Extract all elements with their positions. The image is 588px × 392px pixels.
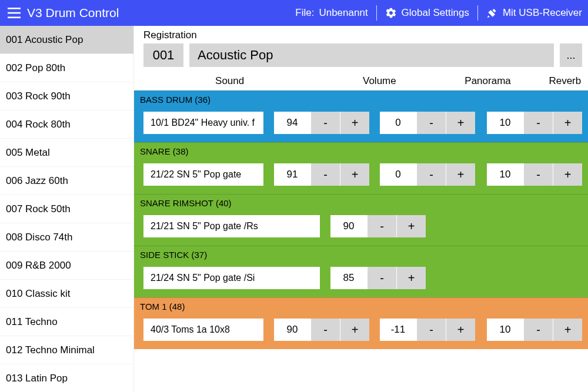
sidebar-item[interactable]: 008 Disco 74th — [0, 223, 133, 252]
column-sound: Sound — [134, 75, 325, 87]
app-title: V3 Drum Control — [27, 6, 119, 20]
sound-field[interactable]: 21/24 SN 5" Pop gate /Si — [143, 267, 320, 289]
stepper-value[interactable]: 90 — [330, 215, 367, 237]
stepper-minus[interactable]: - — [416, 319, 446, 341]
registration-section-label: Registration — [143, 29, 582, 41]
sidebar-item[interactable]: 005 Metal — [0, 139, 133, 167]
stepper: 90 - + — [330, 215, 426, 237]
column-panorama: Panorama — [433, 75, 542, 87]
usb-receiver-button[interactable]: Mit USB-Receiver — [478, 7, 582, 19]
stepper: 10 - + — [487, 163, 582, 186]
track: TOM 1 (48) 40/3 Toms 1a 10x8 90 - + -11 … — [134, 297, 588, 349]
file-label-prefix: File: — [295, 7, 314, 19]
sidebar-item[interactable]: 009 R&B 2000 — [0, 252, 133, 280]
sidebar-item[interactable]: 012 Techno Minimal — [0, 336, 133, 364]
usb-label: Mit USB-Receiver — [503, 7, 582, 19]
gear-icon — [385, 7, 397, 19]
stepper-value[interactable]: 90 — [274, 319, 310, 341]
stepper-minus[interactable]: - — [523, 319, 553, 341]
column-headers: Sound Volume Panorama Reverb — [134, 69, 588, 91]
sound-field[interactable]: 21/22 SN 5" Pop gate — [143, 163, 263, 186]
file-name: Unbenannt — [319, 7, 368, 19]
stepper-value[interactable]: 91 — [274, 163, 310, 186]
sound-field[interactable]: 21/21 SN 5" Pop gate /Rs — [143, 215, 320, 237]
registration-name[interactable]: Acoustic Pop — [189, 43, 554, 67]
stepper-value[interactable]: 10 — [487, 112, 523, 134]
global-settings-button[interactable]: Global Settings — [377, 7, 477, 19]
track-row: 21/21 SN 5" Pop gate /Rs 90 - + — [134, 208, 588, 246]
stepper-minus[interactable]: - — [523, 112, 553, 134]
sound-field[interactable]: 40/3 Toms 1a 10x8 — [143, 319, 263, 341]
registration-number[interactable]: 001 — [143, 43, 183, 67]
track-title: SNARE RIMSHOT (40) — [134, 195, 588, 208]
main-panel: Registration 001 Acoustic Pop ... Sound … — [134, 26, 588, 392]
stepper: 0 - + — [380, 163, 475, 186]
sound-field[interactable]: 10/1 BD24" Heavy univ. f — [143, 112, 263, 134]
stepper: 85 - + — [330, 267, 426, 289]
stepper-plus[interactable]: + — [446, 112, 475, 134]
track-row: 21/24 SN 5" Pop gate /Si 85 - + — [134, 260, 588, 297]
stepper: 0 - + — [380, 112, 475, 134]
settings-label: Global Settings — [402, 7, 469, 19]
stepper-plus[interactable]: + — [396, 215, 426, 237]
track: SIDE STICK (37) 21/24 SN 5" Pop gate /Si… — [134, 246, 588, 297]
stepper-minus[interactable]: - — [523, 163, 553, 186]
track-row: 40/3 Toms 1a 10x8 90 - + -11 - + 10 - + — [134, 311, 588, 349]
stepper-plus[interactable]: + — [340, 319, 369, 341]
stepper-minus[interactable]: - — [416, 112, 446, 134]
stepper-minus[interactable]: - — [416, 163, 446, 186]
hamburger-icon — [8, 8, 21, 18]
sidebar-item[interactable]: 013 Latin Pop — [0, 364, 133, 392]
stepper-minus[interactable]: - — [367, 215, 396, 237]
stepper-value[interactable]: -11 — [380, 319, 416, 341]
track-title: BASS DRUM (36) — [134, 91, 588, 105]
sidebar-item[interactable]: 003 Rock 90th — [0, 82, 133, 110]
sidebar-item[interactable]: 007 Rock 50th — [0, 195, 133, 223]
stepper-minus[interactable]: - — [310, 319, 340, 341]
stepper-minus[interactable]: - — [310, 112, 340, 134]
stepper-minus[interactable]: - — [367, 267, 396, 289]
menu-button[interactable] — [2, 1, 26, 25]
stepper-plus[interactable]: + — [553, 319, 582, 341]
track: SNARE (38) 21/22 SN 5" Pop gate 91 - + 0… — [134, 142, 588, 194]
stepper-plus[interactable]: + — [396, 267, 426, 289]
sidebar-item[interactable]: 002 Pop 80th — [0, 54, 133, 82]
track-list: BASS DRUM (36) 10/1 BD24" Heavy univ. f … — [134, 91, 588, 392]
column-reverb: Reverb — [542, 75, 588, 87]
column-volume: Volume — [325, 75, 433, 87]
stepper-plus[interactable]: + — [553, 112, 582, 134]
stepper-plus[interactable]: + — [340, 163, 369, 186]
stepper: -11 - + — [380, 319, 475, 341]
track: SNARE RIMSHOT (40) 21/21 SN 5" Pop gate … — [134, 194, 588, 246]
stepper: 10 - + — [487, 112, 582, 134]
svg-rect-0 — [8, 8, 21, 9]
stepper-plus[interactable]: + — [446, 319, 475, 341]
registration-sidebar: 001 Acoustic Pop002 Pop 80th003 Rock 90t… — [0, 26, 134, 392]
stepper-plus[interactable]: + — [340, 112, 369, 134]
registration-more-button[interactable]: ... — [560, 43, 582, 67]
sidebar-item[interactable]: 006 Jazz 60th — [0, 167, 133, 195]
track-title: SIDE STICK (37) — [134, 246, 588, 260]
stepper-minus[interactable]: - — [310, 163, 340, 186]
stepper-value[interactable]: 10 — [487, 319, 523, 341]
stepper: 90 - + — [274, 319, 369, 341]
stepper: 94 - + — [274, 112, 369, 134]
sidebar-item[interactable]: 004 Rock 80th — [0, 110, 133, 139]
stepper-plus[interactable]: + — [553, 163, 582, 186]
stepper: 10 - + — [487, 319, 582, 341]
track-title: SNARE (38) — [134, 143, 588, 156]
app-header: V3 Drum Control File: Unbenannt Global S… — [0, 0, 588, 26]
stepper-value[interactable]: 85 — [330, 267, 367, 289]
stepper-value[interactable]: 10 — [487, 163, 523, 186]
svg-rect-2 — [8, 16, 21, 18]
sidebar-item[interactable]: 001 Acoustic Pop — [0, 26, 133, 54]
stepper-plus[interactable]: + — [446, 163, 475, 186]
registration-area: Registration 001 Acoustic Pop ... — [134, 26, 588, 69]
stepper-value[interactable]: 0 — [380, 112, 416, 134]
stepper-value[interactable]: 94 — [274, 112, 310, 134]
sidebar-item[interactable]: 010 Classic kit — [0, 280, 133, 308]
sidebar-item[interactable]: 011 Techno — [0, 308, 133, 336]
stepper-value[interactable]: 0 — [380, 163, 416, 186]
file-indicator[interactable]: File: Unbenannt — [287, 7, 376, 19]
track-row: 10/1 BD24" Heavy univ. f 94 - + 0 - + 10… — [134, 105, 588, 142]
